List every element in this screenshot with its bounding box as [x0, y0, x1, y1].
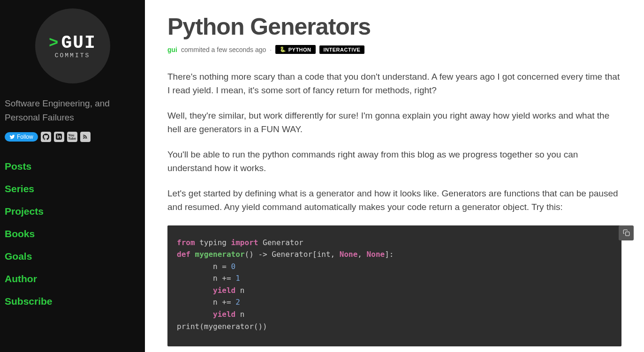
paragraph: You'll be able to run the python command… [167, 148, 621, 175]
rss-icon[interactable] [80, 132, 91, 142]
twitter-label: Follow [17, 134, 33, 140]
code-line: from typing import Generator [177, 237, 612, 249]
commit-text: commited a few seconds ago [181, 46, 266, 53]
paragraph: There's nothing more scary than a code t… [167, 70, 621, 97]
code-line: n = 0 [177, 261, 612, 273]
youtube-icon[interactable]: YouTube [67, 132, 77, 142]
svg-rect-0 [625, 232, 629, 236]
sidebar: > GUI COMMITS Software Engineering, and … [0, 0, 145, 352]
code-line: print(mygenerator()) [177, 321, 612, 333]
tagline: Software Engineering, and Personal Failu… [4, 97, 141, 125]
page-title: Python Generators [167, 13, 621, 40]
github-icon[interactable] [41, 132, 51, 142]
linkedin-icon[interactable] [54, 132, 64, 142]
nav-goals[interactable]: Goals [5, 245, 140, 268]
nav-author[interactable]: Author [5, 268, 140, 290]
paragraph: Let's get started by defining what is a … [167, 187, 621, 214]
twitter-follow-button[interactable]: Follow [5, 132, 38, 142]
code-line: yield n [177, 308, 612, 321]
snake-icon: 🐍 [280, 46, 287, 52]
logo[interactable]: > GUI COMMITS [35, 8, 110, 83]
sidebar-nav: Posts Series Projects Books Goals Author… [4, 155, 141, 313]
tag-interactive[interactable]: INTERACTIVE [319, 45, 365, 54]
nav-series[interactable]: Series [5, 178, 140, 200]
code-line: n += 2 [177, 296, 612, 308]
code-line: n += 1 [177, 272, 612, 285]
nav-posts[interactable]: Posts [5, 155, 140, 178]
article-content: Python Generators gui commited a few sec… [145, 0, 644, 352]
twitter-icon [9, 134, 15, 140]
code-line: yield n [177, 285, 612, 297]
code-block: from typing import Generator def mygener… [167, 225, 621, 347]
post-meta: gui commited a few seconds ago · 🐍PYTHON… [167, 45, 621, 54]
code-line: def mygenerator() -> Generator[int, None… [177, 248, 612, 261]
copy-button[interactable] [619, 225, 634, 240]
nav-books[interactable]: Books [5, 223, 140, 245]
logo-sub: COMMITS [55, 52, 91, 59]
nav-projects[interactable]: Projects [5, 200, 140, 223]
logo-main: GUI [61, 33, 96, 53]
paragraph: Well, they're similar, but work differen… [167, 109, 621, 136]
copy-icon [623, 229, 630, 236]
tag-python[interactable]: 🐍PYTHON [275, 45, 315, 54]
prompt-icon: > [49, 34, 58, 52]
author-name[interactable]: gui [167, 46, 177, 53]
nav-subscribe[interactable]: Subscribe [5, 290, 140, 313]
social-links: Follow YouTube [4, 132, 141, 142]
separator-dot: · [270, 46, 272, 53]
